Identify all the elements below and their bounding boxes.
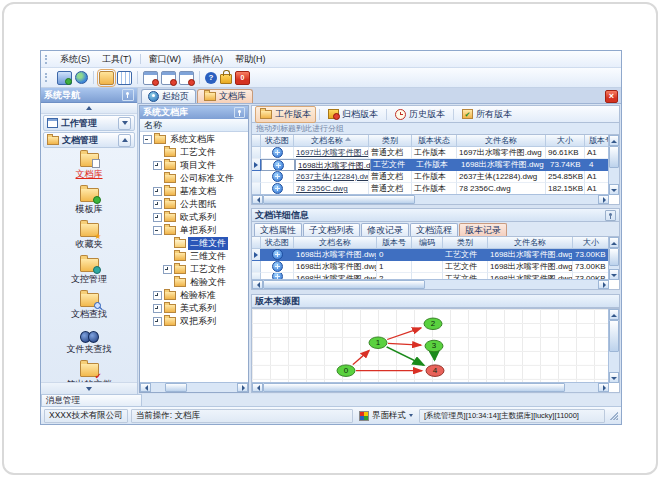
form-copy-icon[interactable] (161, 71, 176, 85)
sidebar-collapse-button[interactable] (41, 103, 137, 114)
tree-node-单把系列[interactable]: 单把系列 (140, 224, 248, 237)
close-icon[interactable] (605, 90, 618, 103)
scrollbar-thumb[interactable] (609, 248, 619, 266)
sidebar-item-文控管理[interactable]: 文控管理 (41, 258, 137, 293)
grid-cell[interactable] (261, 171, 294, 183)
scroll-left-icon[interactable] (252, 195, 263, 204)
sidebar-section-work-management[interactable]: 工作管理 (43, 115, 135, 131)
grid-cell[interactable] (412, 261, 443, 273)
sidebar-item-签出的文档[interactable]: 签出的文档 (41, 363, 137, 382)
expand-section-button[interactable] (118, 117, 131, 130)
menu-item[interactable]: 帮助(H) (229, 52, 272, 67)
tree-node-工艺文件[interactable]: 工艺文件 (140, 263, 248, 276)
column-header-文档名称[interactable]: 文档名称 (294, 135, 369, 147)
scrollbar-thumb[interactable] (263, 383, 565, 392)
scrollbar-thumb[interactable] (263, 195, 415, 204)
horizontal-scrollbar[interactable] (252, 194, 609, 204)
expand-icon[interactable] (153, 187, 162, 196)
expand-icon[interactable] (153, 317, 162, 326)
toolbar-grip[interactable] (45, 55, 50, 64)
grid-cell[interactable]: 73.00KB (573, 261, 609, 273)
grid-cell[interactable]: 73.74KB (548, 159, 587, 171)
scrollbar-thumb[interactable] (165, 383, 187, 392)
grid-view-icon[interactable] (117, 71, 132, 85)
horizontal-scrollbar[interactable] (252, 382, 609, 392)
grid-cell[interactable]: 普通文档 (369, 147, 412, 159)
scroll-right-icon[interactable] (598, 280, 609, 289)
detail-tab-文档流程[interactable]: 文档流程 (410, 223, 458, 236)
version-node-4[interactable]: 4 (426, 365, 444, 377)
grid-cell[interactable]: 1 (377, 261, 412, 273)
sidebar-item-收藏夹[interactable]: 收藏夹 (41, 223, 137, 258)
column-header-版本状态[interactable]: 版本状态 (412, 135, 457, 147)
grid-cell[interactable]: 工作版本 (414, 159, 459, 171)
grid-cell[interactable]: 2637主体(12284).dwg (294, 171, 369, 183)
sidebar-item-文件夹查找[interactable]: 文件夹查找 (41, 328, 137, 363)
sidebar-section-document-management[interactable]: 文档管理 (43, 132, 135, 148)
collapse-icon[interactable] (153, 226, 162, 235)
grid-row[interactable]: 1698出水嘴零件图.dwg0工艺文件1698出水嘴零件图.dwg73.00KB… (252, 249, 609, 261)
help-icon[interactable] (205, 72, 217, 84)
horizontal-scrollbar[interactable] (252, 279, 609, 289)
button-归档版本[interactable]: 归档版本 (323, 106, 383, 123)
scroll-left-icon[interactable] (140, 383, 151, 392)
grid-row[interactable]: 2637主体(12284).dwg普通文档工作版本2637主体(12284).d… (252, 171, 609, 183)
monitor-icon[interactable] (57, 71, 72, 85)
column-header-编码[interactable]: 编码 (412, 237, 443, 249)
tree-node-欧式系列[interactable]: 欧式系列 (140, 211, 248, 224)
button-历史版本[interactable]: 历史版本 (390, 106, 450, 123)
tree-node-基准文档[interactable]: 基准文档 (140, 185, 248, 198)
column-header-大小[interactable]: 大小 (546, 135, 585, 147)
collapse-section-button[interactable] (118, 134, 131, 147)
grid-cell[interactable]: 1698出水嘴零件图.dwg (294, 261, 377, 273)
pin-icon[interactable] (234, 107, 245, 118)
column-header-文件名称[interactable]: 文件名称 (488, 237, 573, 249)
tree-name-column-header[interactable]: 名称 (140, 119, 248, 132)
sidebar-more-button[interactable] (41, 382, 137, 394)
scroll-left-icon[interactable] (252, 383, 263, 392)
scroll-right-icon[interactable] (237, 383, 248, 392)
version-node-3[interactable]: 3 (425, 340, 443, 352)
version-node-0[interactable]: 0 (337, 365, 355, 377)
scroll-up-icon[interactable] (609, 135, 619, 146)
scroll-left-icon[interactable] (252, 280, 263, 289)
grid-cell[interactable]: 1697出水嘴零件图.dwg (457, 147, 546, 159)
collapse-icon[interactable] (143, 135, 152, 144)
grid-cell[interactable]: A1 (585, 171, 609, 183)
tree-node-二维文件[interactable]: 二维文件 (140, 237, 248, 250)
grid-cell[interactable]: 254.85KB (546, 171, 585, 183)
grid-cell[interactable]: 普通文档 (369, 171, 412, 183)
scroll-right-icon[interactable] (598, 383, 609, 392)
pin-icon[interactable] (605, 210, 616, 221)
expand-icon[interactable] (153, 304, 162, 313)
sidebar-item-文档库[interactable]: 文档库 (41, 153, 137, 188)
exit-icon[interactable] (235, 71, 250, 85)
tree-node-检验标准[interactable]: 检验标准 (140, 289, 248, 302)
lock-icon[interactable] (220, 74, 232, 84)
column-header-状态图[interactable]: 状态图 (261, 237, 294, 249)
scroll-down-icon[interactable] (609, 372, 619, 383)
pin-icon[interactable] (122, 89, 134, 101)
ui-style-button[interactable]: 界面样式 (356, 410, 416, 422)
column-header-版本号[interactable]: 版本号 (585, 135, 609, 147)
sidebar-item-模板库[interactable]: 模板库 (41, 188, 137, 223)
globe-icon[interactable] (75, 71, 88, 84)
tab-起始页[interactable]: 起始页 (141, 89, 196, 103)
expand-icon[interactable] (153, 161, 162, 170)
grid-cell[interactable]: 2637主体(12284).dwg (457, 171, 546, 183)
grid-cell[interactable]: 73.00KB (573, 249, 609, 261)
sidebar-item-文档查找[interactable]: 文档查找 (41, 293, 137, 328)
menu-item[interactable]: 插件(A) (187, 52, 229, 67)
grid-cell[interactable]: 1698出水嘴零件图.dwg (488, 261, 573, 273)
grid-cell[interactable]: 0 (377, 249, 412, 261)
scroll-up-icon[interactable] (609, 309, 619, 320)
grid-cell[interactable] (412, 249, 443, 261)
scrollbar-thumb[interactable] (609, 146, 619, 168)
grid-row[interactable]: 1698出水嘴零件图.dwg工艺文件工作版本1698出水嘴零件图.dwg73.7… (252, 159, 609, 171)
scroll-down-icon[interactable] (609, 269, 619, 280)
detail-tab-版本记录[interactable]: 版本记录 (459, 223, 507, 236)
scroll-right-icon[interactable] (598, 195, 609, 204)
grid-cell[interactable]: 1698出水嘴零件图.dwg (488, 249, 573, 261)
grid-cell[interactable]: 1698出水嘴零件图.dwg (459, 159, 548, 171)
scroll-down-icon[interactable] (609, 184, 619, 195)
